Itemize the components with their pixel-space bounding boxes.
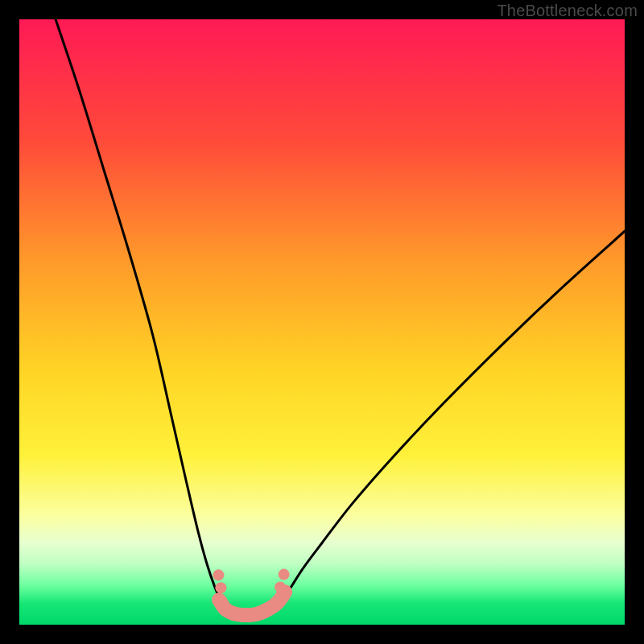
plot-area [19, 19, 625, 625]
gradient-background [19, 19, 625, 625]
valley-node [279, 569, 290, 580]
watermark-label: TheBottleneck.com [497, 2, 638, 20]
valley-node [213, 569, 224, 580]
chart-frame: TheBottleneck.com [0, 0, 644, 644]
valley-node [275, 581, 286, 592]
valley-node [215, 582, 226, 593]
chart-svg [19, 19, 625, 625]
